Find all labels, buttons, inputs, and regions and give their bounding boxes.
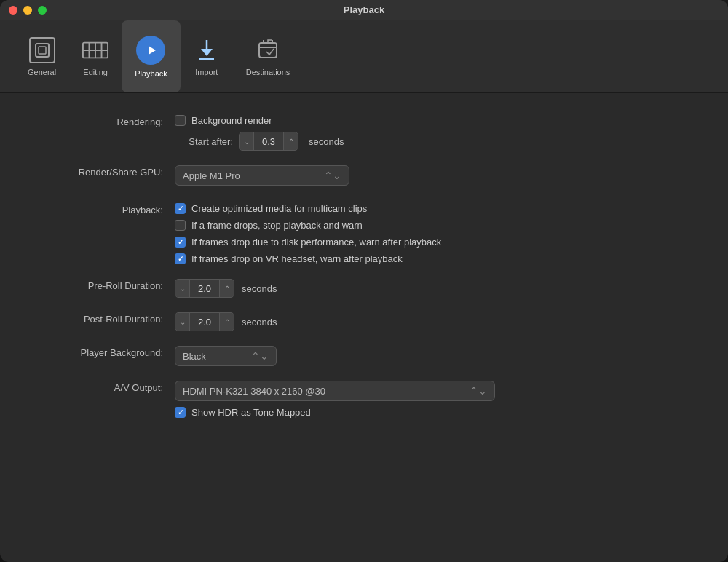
gpu-row: Render/Share GPU: Apple M1 Pro ⌃⌄: [29, 165, 699, 186]
multicam-label: Create optimized media for multicam clip…: [191, 203, 367, 214]
start-after-up-btn[interactable]: ⌃: [283, 132, 298, 150]
import-icon: [194, 37, 220, 63]
rendering-label: Rendering:: [29, 115, 175, 127]
playback-option-3: If frames drop on VR headset, warn after…: [175, 253, 441, 264]
post-roll-value: 2.0: [190, 317, 219, 328]
post-roll-control: ⌄ 2.0 ⌃ seconds: [175, 312, 277, 331]
editing-icon: [82, 37, 108, 63]
pre-roll-label: Pre-Roll Duration:: [29, 279, 175, 291]
vr-headset-label: If frames drop on VR headset, warn after…: [191, 253, 403, 264]
minimize-button[interactable]: [23, 6, 32, 15]
playback-option-0: Create optimized media for multicam clip…: [175, 203, 441, 214]
close-button[interactable]: [9, 6, 17, 15]
post-roll-label: Post-Roll Duration:: [29, 312, 175, 325]
frame-drop-label: If a frame drops, stop playback and warn: [191, 220, 363, 231]
start-after-row: Start after: ⌄ 0.3 ⌃ seconds: [175, 132, 344, 151]
pre-roll-down-btn[interactable]: ⌄: [175, 280, 190, 297]
svg-rect-0: [36, 44, 49, 57]
toolbar-item-general[interactable]: General: [15, 20, 69, 92]
toolbar-item-editing[interactable]: Editing: [69, 20, 122, 92]
background-render-label: Background render: [191, 115, 272, 126]
player-background-dropdown[interactable]: Black ⌃⌄: [175, 346, 277, 366]
svg-rect-11: [259, 43, 277, 58]
av-output-row: A/V Output: HDMI PN-K321 3840 x 2160 @30…: [29, 381, 699, 418]
general-icon: [29, 37, 55, 63]
pre-roll-row: Pre-Roll Duration: ⌄ 2.0 ⌃ seconds: [29, 279, 699, 298]
playback-label: Playback:: [29, 203, 175, 215]
rendering-seconds-label: seconds: [309, 136, 344, 147]
hdr-checkbox[interactable]: [175, 407, 186, 418]
toolbar: General Editing Playback: [0, 20, 728, 93]
pre-roll-stepper[interactable]: ⌄ 2.0 ⌃: [175, 279, 234, 298]
playback-icon: [136, 36, 165, 65]
post-roll-row: Post-Roll Duration: ⌄ 2.0 ⌃ seconds: [29, 312, 699, 331]
import-label: Import: [195, 68, 218, 76]
content-area: Rendering: Background render Start after…: [0, 93, 728, 562]
window-title: Playback: [344, 4, 384, 15]
frame-drop-checkbox[interactable]: [175, 220, 186, 231]
background-render-checkbox[interactable]: [175, 115, 186, 126]
hdr-label: Show HDR as Tone Mapped: [191, 407, 311, 418]
player-background-control: Black ⌃⌄: [175, 346, 277, 366]
pre-roll-value: 2.0: [190, 283, 219, 294]
multicam-checkbox[interactable]: [175, 203, 186, 214]
start-after-down-btn[interactable]: ⌄: [240, 132, 254, 150]
playback-option-2: If frames drop due to disk performance, …: [175, 237, 441, 248]
start-after-label: Start after:: [175, 136, 233, 147]
rendering-row: Rendering: Background render Start after…: [29, 115, 699, 151]
start-after-value: 0.3: [254, 136, 283, 147]
gpu-control: Apple M1 Pro ⌃⌄: [175, 165, 349, 186]
gpu-value: Apple M1 Pro: [183, 170, 240, 181]
disk-perf-label: If frames drop due to disk performance, …: [191, 237, 441, 248]
traffic-lights: [9, 6, 47, 15]
post-roll-down-btn[interactable]: ⌄: [175, 313, 190, 331]
svg-rect-1: [39, 47, 46, 54]
post-roll-stepper-row: ⌄ 2.0 ⌃ seconds: [175, 312, 277, 331]
av-output-arrow: ⌃⌄: [470, 385, 487, 397]
disk-perf-checkbox[interactable]: [175, 237, 186, 248]
post-roll-stepper[interactable]: ⌄ 2.0 ⌃: [175, 312, 234, 331]
toolbar-item-import[interactable]: Import: [181, 20, 233, 92]
player-background-value: Black: [183, 351, 206, 362]
pre-roll-up-btn[interactable]: ⌃: [219, 280, 234, 297]
player-background-row: Player Background: Black ⌃⌄: [29, 346, 699, 366]
playback-row: Playback: Create optimized media for mul…: [29, 203, 699, 264]
editing-label: Editing: [83, 68, 108, 76]
start-after-stepper[interactable]: ⌄ 0.3 ⌃: [239, 132, 298, 151]
player-background-arrow: ⌃⌄: [251, 350, 269, 362]
pre-roll-stepper-row: ⌄ 2.0 ⌃ seconds: [175, 279, 277, 298]
background-render-row: Background render: [175, 115, 344, 126]
post-roll-up-btn[interactable]: ⌃: [219, 313, 234, 331]
rendering-control: Background render Start after: ⌄ 0.3 ⌃ s…: [175, 115, 344, 151]
av-output-label: A/V Output:: [29, 381, 175, 393]
window: Playback General Edi: [0, 0, 728, 562]
playback-option-1: If a frame drops, stop playback and warn: [175, 220, 441, 231]
titlebar: Playback: [0, 0, 728, 20]
vr-headset-checkbox[interactable]: [175, 253, 186, 264]
svg-marker-9: [201, 49, 213, 56]
av-output-control: HDMI PN-K321 3840 x 2160 @30 ⌃⌄ Show HDR…: [175, 381, 495, 418]
playback-control: Create optimized media for multicam clip…: [175, 203, 441, 264]
toolbar-item-destinations[interactable]: Destinations: [233, 20, 304, 92]
playback-label: Playback: [135, 69, 167, 78]
destinations-icon: [255, 37, 281, 63]
av-output-value: HDMI PN-K321 3840 x 2160 @30: [183, 386, 325, 397]
hdr-row: Show HDR as Tone Mapped: [175, 407, 495, 418]
maximize-button[interactable]: [38, 6, 47, 15]
av-output-dropdown[interactable]: HDMI PN-K321 3840 x 2160 @30 ⌃⌄: [175, 381, 495, 401]
svg-marker-7: [149, 46, 156, 55]
gpu-dropdown-arrow: ⌃⌄: [324, 170, 341, 181]
general-label: General: [28, 68, 56, 76]
pre-roll-control: ⌄ 2.0 ⌃ seconds: [175, 279, 277, 298]
toolbar-item-playback[interactable]: Playback: [122, 20, 181, 92]
player-background-label: Player Background:: [29, 346, 175, 358]
pre-roll-seconds: seconds: [242, 283, 277, 294]
gpu-dropdown[interactable]: Apple M1 Pro ⌃⌄: [175, 165, 349, 186]
post-roll-seconds: seconds: [242, 317, 277, 328]
gpu-label: Render/Share GPU:: [29, 165, 175, 178]
destinations-label: Destinations: [246, 68, 290, 76]
